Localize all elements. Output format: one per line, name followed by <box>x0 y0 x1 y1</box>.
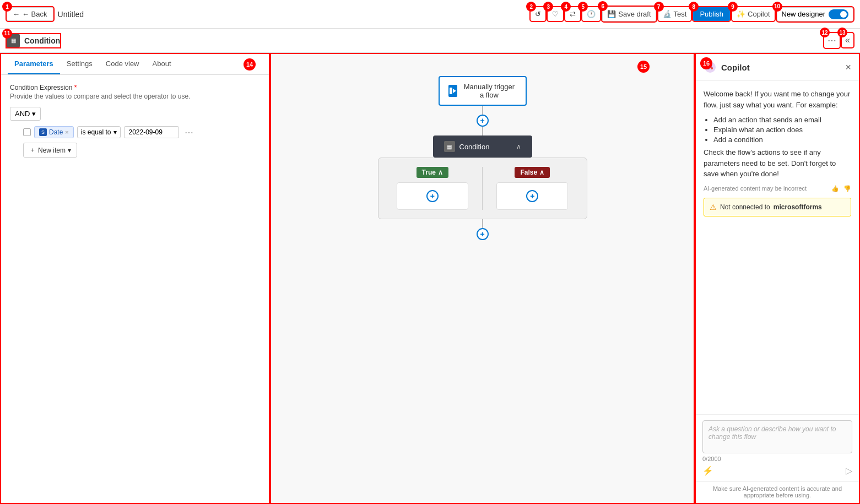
plus-icon: ＋ <box>29 145 36 155</box>
true-label-text: True <box>422 169 436 176</box>
condition-expression-label: Condition Expression <box>10 84 260 91</box>
test-icon: 🔬 <box>663 10 672 18</box>
true-chevron-icon: ∧ <box>438 169 443 176</box>
condition-row: S Date × is equal to ▾ ⋯ <box>23 126 260 138</box>
main-layout: 14 Parameters Settings Code view About C… <box>0 53 860 504</box>
add-step-2-button[interactable]: + <box>477 228 489 240</box>
header: 1 ← ← Back Untitled 2 ↺ 3 ♡ 4 ⇄ 5 🕐 6 <box>0 0 860 29</box>
new-item-chevron-icon: ▾ <box>68 147 71 154</box>
branch-false-label: False ∧ <box>515 167 550 178</box>
svg-rect-0 <box>450 88 452 94</box>
date-field-chip: S Date × <box>34 126 74 138</box>
feedback-icons: 👍 👎 <box>831 185 851 192</box>
flow-wrapper: Manually trigger a flow + ▦ Condition <box>378 76 587 240</box>
panel-actions: 12 ⋯ 13 « <box>824 33 853 48</box>
ai-notice: AI-generated content may be incorrect 👍 … <box>704 185 851 192</box>
condition-collapse-icon[interactable]: ∧ <box>516 143 521 150</box>
condition-node-icon: ▦ <box>444 141 455 152</box>
copilot-suggestion-1: Add an action that sends an email <box>713 116 851 124</box>
branch-true: True ∧ + <box>387 167 478 210</box>
svg-point-4 <box>711 67 713 69</box>
save-draft-button[interactable]: 💾 Save draft <box>602 7 656 21</box>
left-panel: 14 Parameters Settings Code view About C… <box>0 53 270 504</box>
copilot-suggestions-list: Add an action that sends an email Explai… <box>704 116 851 144</box>
new-designer-toggle[interactable]: New designer <box>777 7 854 21</box>
not-connected-text: Not connected to <box>720 203 770 211</box>
tab-settings[interactable]: Settings <box>60 54 99 74</box>
copilot-panel: 16 Copilot × Welcome back! If you want m… <box>695 53 860 504</box>
back-label: ← Back <box>22 10 47 18</box>
trigger-label: Manually trigger a flow <box>462 83 516 99</box>
add-false-step-button[interactable]: + <box>526 190 538 202</box>
branches: True ∧ + False <box>378 158 587 219</box>
condition-flow-node[interactable]: ▦ Condition ∧ <box>433 136 532 158</box>
line-2 <box>482 127 483 136</box>
add-true-step-button[interactable]: + <box>426 190 439 202</box>
condition-more-options[interactable]: ⋯ <box>182 127 196 138</box>
new-item-button[interactable]: ＋ New item ▾ <box>23 143 77 158</box>
back-button[interactable]: ← ← Back <box>7 7 53 21</box>
false-chevron-icon: ∧ <box>539 169 544 176</box>
chevron-down-icon: ▾ <box>32 110 36 118</box>
publish-button[interactable]: Publish <box>693 7 730 21</box>
copilot-close-button[interactable]: × <box>845 62 851 73</box>
test-label: Test <box>674 10 687 18</box>
tab-about[interactable]: About <box>146 54 178 74</box>
char-count: 0/2000 <box>702 456 852 462</box>
branch-true-label: True ∧ <box>417 167 448 178</box>
operator-value: AND <box>15 110 30 118</box>
copilot-welcome-message: Welcome back! If you want me to change y… <box>704 89 851 110</box>
warning-icon: ⚠ <box>710 203 717 212</box>
condition-node-wrapper: ▦ Condition ∧ <box>433 136 532 158</box>
parameters-content: Condition Expression Provide the values … <box>1 75 269 166</box>
op-chevron-icon: ▾ <box>113 128 117 136</box>
chat-options-button[interactable]: ⚡ <box>702 465 713 476</box>
toggle-switch[interactable] <box>829 9 848 19</box>
chat-input-placeholder: Ask a question or describe how you want … <box>702 420 852 453</box>
line-1 <box>482 106 483 115</box>
trigger-node-wrapper: Manually trigger a flow <box>439 76 527 106</box>
condition-checkbox[interactable] <box>23 128 31 136</box>
copilot-icon: ✨ <box>737 10 745 18</box>
date-chip-remove[interactable]: × <box>65 129 68 136</box>
condition-node-label: Condition <box>459 143 490 151</box>
connector-1: + <box>477 106 489 136</box>
connector-2: + <box>477 219 489 240</box>
branch-true-body: + <box>397 182 468 210</box>
copilot-button[interactable]: ✨ Copilot <box>732 7 774 21</box>
tab-code-view[interactable]: Code view <box>99 54 146 74</box>
not-connected-service: microsoftforms <box>774 203 822 211</box>
chat-actions: ⚡ ▷ <box>702 465 852 476</box>
thumbs-up-icon[interactable]: 👍 <box>831 185 839 192</box>
condition-value-input[interactable] <box>124 126 179 138</box>
branches-container: True ∧ + False <box>378 158 587 219</box>
badge-1: 1 <box>2 2 12 12</box>
copilot-footer: Ask a question or describe how you want … <box>696 414 859 481</box>
branch-divider <box>482 167 483 210</box>
tab-parameters[interactable]: Parameters <box>8 54 60 74</box>
copilot-title: Copilot <box>721 63 841 72</box>
and-operator-select[interactable]: AND ▾ <box>10 107 41 121</box>
add-step-1-button[interactable]: + <box>477 115 489 127</box>
trigger-node[interactable]: Manually trigger a flow <box>439 76 527 106</box>
not-connected-banner: ⚠ Not connected to microsoftforms <box>704 198 851 216</box>
branch-false: False ∧ + <box>487 167 578 210</box>
panel-title-bar: 11 ▦ Condition 12 ⋯ 13 « <box>0 29 860 53</box>
send-button[interactable]: ▷ <box>846 465 852 476</box>
copilot-label: Copilot <box>748 10 770 18</box>
false-label-text: False <box>520 169 537 176</box>
is-equal-to-select[interactable]: is equal to ▾ <box>77 126 121 138</box>
branches-outer: True ∧ + False <box>378 158 587 219</box>
doc-title: Untitled <box>58 10 527 19</box>
panel-title: Condition <box>24 36 60 45</box>
trigger-icon <box>448 85 458 97</box>
copilot-header: Copilot × <box>696 54 859 81</box>
condition-node-inner: ▦ Condition <box>444 141 490 152</box>
thumbs-down-icon[interactable]: 👎 <box>843 185 851 192</box>
line-3 <box>482 219 483 228</box>
chat-placeholder-text: Ask a question or describe how you want … <box>708 425 836 441</box>
save-icon: 💾 <box>607 10 616 18</box>
copilot-body: Welcome back! If you want me to change y… <box>696 81 859 414</box>
copilot-suggestion-3: Add a condition <box>713 136 851 144</box>
back-arrow-icon: ← <box>13 10 20 18</box>
